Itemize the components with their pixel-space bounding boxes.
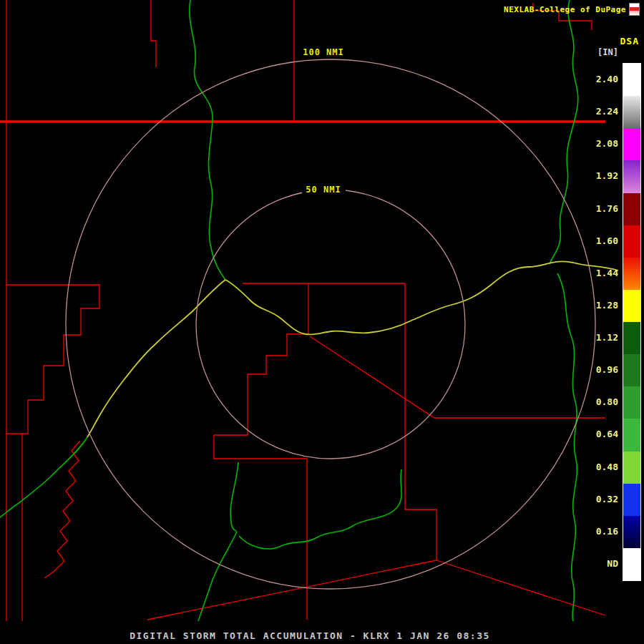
scale-value-label: 1.92 bbox=[587, 160, 620, 192]
scale-value-label: 0.80 bbox=[587, 386, 620, 418]
color-bar-segment bbox=[623, 322, 640, 354]
product-code-label: DSA bbox=[620, 36, 639, 47]
color-bar bbox=[623, 63, 641, 581]
color-bar-segment bbox=[623, 354, 640, 386]
county-boundaries bbox=[6, 0, 605, 621]
scale-value-label: 0.96 bbox=[587, 353, 620, 386]
color-bar-segment bbox=[623, 452, 640, 484]
rivers bbox=[0, 0, 578, 621]
range-ring-50nmi bbox=[196, 190, 465, 459]
cod-logo-icon bbox=[630, 4, 639, 15]
scale-value-label: 1.76 bbox=[587, 192, 620, 225]
color-bar-segment bbox=[623, 516, 640, 548]
color-bar-segment bbox=[623, 290, 640, 322]
color-bar-segment bbox=[623, 484, 640, 516]
scale-value-label: 0.64 bbox=[587, 418, 620, 450]
radar-map: 100 NMI 50 NMI bbox=[0, 0, 644, 644]
color-bar-segment bbox=[623, 258, 640, 290]
range-ring-labels: 100 NMI 50 NMI bbox=[299, 46, 348, 195]
scale-labels: 2.402.242.081.921.761.601.441.281.120.96… bbox=[587, 63, 620, 580]
scale-value-label: 2.40 bbox=[587, 63, 620, 95]
scale-value-label: 0.16 bbox=[587, 515, 620, 547]
product-title: DIGITAL STORM TOTAL ACCUMULATION - KLRX … bbox=[0, 630, 620, 641]
radar-display: 100 NMI 50 NMI NEXLAB-College of DuPage … bbox=[0, 0, 644, 644]
units-label: [IN] bbox=[597, 47, 618, 57]
ring-label-100nmi: 100 NMI bbox=[303, 47, 344, 57]
color-bar-segment bbox=[623, 419, 640, 451]
scale-value-label: 2.08 bbox=[587, 127, 620, 160]
color-bar-segment bbox=[623, 160, 640, 192]
color-bar-segment bbox=[623, 386, 640, 419]
brand-text: NEXLAB-College of DuPage bbox=[504, 5, 626, 14]
ring-label-50nmi: 50 NMI bbox=[306, 185, 341, 195]
range-ring-100nmi bbox=[66, 59, 595, 589]
scale-value-label: ND bbox=[587, 547, 620, 580]
scale-value-label: 0.48 bbox=[587, 451, 620, 483]
color-bar-segment bbox=[623, 193, 640, 225]
scale-value-label: 1.44 bbox=[587, 257, 620, 289]
header: NEXLAB-College of DuPage bbox=[504, 4, 639, 15]
color-bar-segment bbox=[623, 96, 640, 128]
scale-value-label: 1.60 bbox=[587, 225, 620, 257]
color-bar-segment bbox=[623, 225, 640, 258]
scale-value-label: 1.28 bbox=[587, 289, 620, 321]
scale-value-label: 2.24 bbox=[587, 95, 620, 127]
color-bar-segment bbox=[623, 548, 640, 580]
color-bar-segment bbox=[623, 64, 640, 96]
scale-value-label: 0.32 bbox=[587, 483, 620, 515]
highlighted-river bbox=[87, 261, 618, 437]
scale-value-label: 1.12 bbox=[587, 321, 620, 353]
color-bar-segment bbox=[623, 128, 640, 160]
range-rings bbox=[66, 59, 595, 589]
